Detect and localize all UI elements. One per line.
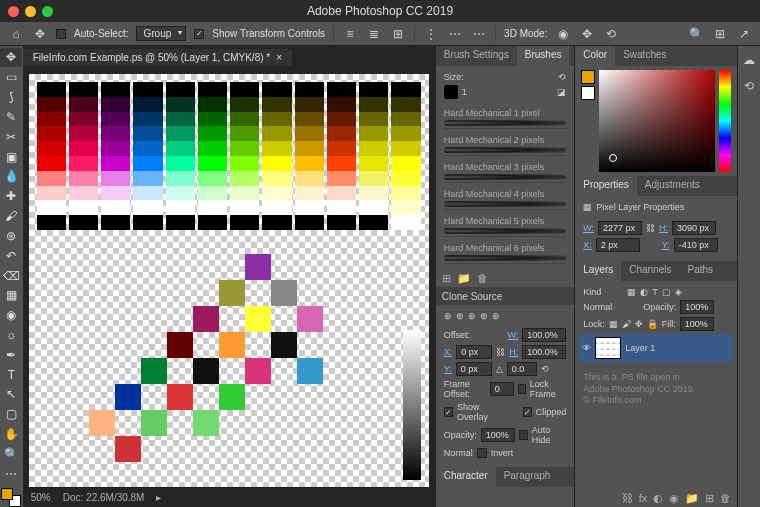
layer-name[interactable]: Layer 1 bbox=[625, 343, 655, 353]
tab-character[interactable]: Character bbox=[436, 467, 496, 487]
share-icon[interactable]: ↗ bbox=[736, 26, 752, 42]
lock-paint-icon[interactable]: 🖌 bbox=[622, 319, 631, 329]
marquee-tool[interactable]: ▭ bbox=[0, 68, 22, 87]
tab-paths[interactable]: Paths bbox=[680, 261, 722, 281]
group-icon[interactable]: 📁 bbox=[685, 492, 699, 505]
zoom-value[interactable]: 50% bbox=[31, 492, 51, 503]
new-layer-icon[interactable]: ⊞ bbox=[705, 492, 714, 505]
history-brush-tool[interactable]: ↶ bbox=[0, 246, 22, 265]
frame-offset-field[interactable] bbox=[490, 382, 514, 396]
filter-pixel-icon[interactable]: ▦ bbox=[627, 287, 636, 297]
libraries-icon[interactable]: ☁ bbox=[741, 52, 757, 68]
prop-y-field[interactable] bbox=[674, 238, 718, 252]
trash-icon[interactable]: 🗑 bbox=[477, 272, 488, 285]
canvas-viewport[interactable] bbox=[23, 68, 435, 487]
h-label[interactable]: H: bbox=[509, 347, 518, 357]
crop-tool[interactable]: ✂ bbox=[0, 127, 22, 146]
pen-tool[interactable]: ✒ bbox=[0, 345, 22, 364]
x-field[interactable] bbox=[456, 345, 492, 359]
minimize-window[interactable] bbox=[25, 6, 36, 17]
layer-row[interactable]: 👁 Layer 1 bbox=[579, 334, 733, 362]
home-icon[interactable]: ⌂ bbox=[8, 26, 24, 42]
filter-type-icon[interactable]: T bbox=[652, 287, 658, 297]
color-swatches[interactable] bbox=[1, 488, 21, 507]
history-icon[interactable]: ⟲ bbox=[741, 78, 757, 94]
flip-icon[interactable]: ⟲ bbox=[558, 72, 566, 82]
x-label[interactable]: X: bbox=[444, 347, 453, 357]
tab-paragraph[interactable]: Paragraph bbox=[496, 467, 559, 487]
prop-w-label[interactable]: W: bbox=[583, 223, 594, 233]
fill-field[interactable] bbox=[680, 317, 714, 331]
reset-icon[interactable]: ⟲ bbox=[541, 364, 549, 374]
brush-item[interactable]: Hard Mechanical 2 pixels bbox=[444, 129, 567, 156]
filter-adjust-icon[interactable]: ◐ bbox=[640, 287, 648, 297]
orbit-icon[interactable]: ◉ bbox=[555, 26, 571, 42]
new-group-icon[interactable]: 📁 bbox=[457, 272, 471, 285]
path-select-tool[interactable]: ↖ bbox=[0, 385, 22, 404]
gradient-tool[interactable]: ▦ bbox=[0, 286, 22, 305]
brush-item[interactable]: Hard Mechanical 6 pixels bbox=[444, 237, 567, 264]
adjustment-icon[interactable]: ◉ bbox=[669, 492, 679, 505]
filter-smart-icon[interactable]: ◈ bbox=[675, 287, 682, 297]
edit-toolbar[interactable]: ⋯ bbox=[0, 464, 22, 483]
prop-h-label[interactable]: H: bbox=[659, 223, 668, 233]
new-brush-icon[interactable]: ⊞ bbox=[442, 272, 451, 285]
status-arrow-icon[interactable]: ▸ bbox=[156, 492, 161, 503]
workspace-icon[interactable]: ⊞ bbox=[712, 26, 728, 42]
tab-channels[interactable]: Channels bbox=[621, 261, 679, 281]
prop-h-field[interactable] bbox=[672, 221, 716, 235]
tab-color[interactable]: Color bbox=[575, 46, 615, 66]
visibility-icon[interactable]: 👁 bbox=[582, 343, 591, 353]
prop-x-field[interactable] bbox=[596, 238, 640, 252]
clone-slot-4[interactable]: ⊛ bbox=[480, 311, 488, 321]
distribute-icon[interactable]: ⋮ bbox=[423, 26, 439, 42]
maximize-window[interactable] bbox=[42, 6, 53, 17]
tab-properties[interactable]: Properties bbox=[575, 176, 637, 196]
align-icon[interactable]: ⊞ bbox=[390, 26, 406, 42]
lock-frame-checkbox[interactable] bbox=[518, 384, 526, 394]
delete-layer-icon[interactable]: 🗑 bbox=[720, 492, 731, 505]
show-transform-checkbox[interactable] bbox=[194, 29, 204, 39]
link-wh-icon[interactable]: ⛓ bbox=[646, 223, 655, 233]
blend-mode-select[interactable]: Normal bbox=[583, 302, 639, 312]
zoom-tool[interactable]: 🔍 bbox=[0, 445, 22, 464]
invert-checkbox[interactable] bbox=[477, 448, 487, 458]
pan-icon[interactable]: ✥ bbox=[579, 26, 595, 42]
clone-slot-1[interactable]: ⊛ bbox=[444, 311, 452, 321]
show-overlay-checkbox[interactable] bbox=[444, 407, 453, 417]
search-icon[interactable]: 🔍 bbox=[688, 26, 704, 42]
clone-slot-3[interactable]: ⊛ bbox=[468, 311, 476, 321]
link-layers-icon[interactable]: ⛓ bbox=[622, 492, 633, 505]
tab-brush-settings[interactable]: Brush Settings bbox=[436, 46, 517, 66]
clone-slot-5[interactable]: ⊛ bbox=[492, 311, 500, 321]
w-field[interactable] bbox=[522, 328, 566, 342]
fg-swatch[interactable] bbox=[581, 70, 595, 84]
lock-all-icon[interactable]: 🔒 bbox=[647, 319, 658, 329]
layer-thumbnail[interactable] bbox=[595, 337, 621, 359]
y-label[interactable]: Y: bbox=[444, 364, 452, 374]
bg-swatch[interactable] bbox=[581, 86, 595, 100]
move-tool[interactable]: ✥ bbox=[0, 48, 22, 67]
brush-tool[interactable]: 🖌 bbox=[0, 207, 22, 226]
brush-item[interactable]: Hard Mechanical 1 pixel bbox=[444, 102, 567, 129]
brush-item[interactable]: Hard Mechanical 4 pixels bbox=[444, 183, 567, 210]
eraser-tool[interactable]: ⌫ bbox=[0, 266, 22, 285]
y-field[interactable] bbox=[456, 362, 492, 376]
overlay-mode-select[interactable]: Normal bbox=[444, 448, 473, 458]
lock-pos-icon[interactable]: ✥ bbox=[635, 319, 643, 329]
brush-item[interactable]: Hard Mechanical 3 pixels bbox=[444, 156, 567, 183]
lock-trans-icon[interactable]: ▦ bbox=[609, 319, 618, 329]
eyedropper-tool[interactable]: 💧 bbox=[0, 167, 22, 186]
angle-field[interactable] bbox=[507, 362, 537, 376]
w-label[interactable]: W: bbox=[507, 330, 518, 340]
autoselect-mode-select[interactable]: Group bbox=[136, 26, 186, 41]
prop-y-label[interactable]: Y: bbox=[662, 240, 670, 250]
tab-adjustments[interactable]: Adjustments bbox=[637, 176, 708, 196]
prop-x-label[interactable]: X: bbox=[583, 240, 592, 250]
hue-slider[interactable] bbox=[719, 70, 731, 172]
toggle-preview-icon[interactable]: ◪ bbox=[557, 87, 566, 97]
type-tool[interactable]: T bbox=[0, 365, 22, 384]
healing-tool[interactable]: ✚ bbox=[0, 187, 22, 206]
blur-tool[interactable]: ◉ bbox=[0, 306, 22, 325]
quick-select-tool[interactable]: ✎ bbox=[0, 107, 22, 126]
